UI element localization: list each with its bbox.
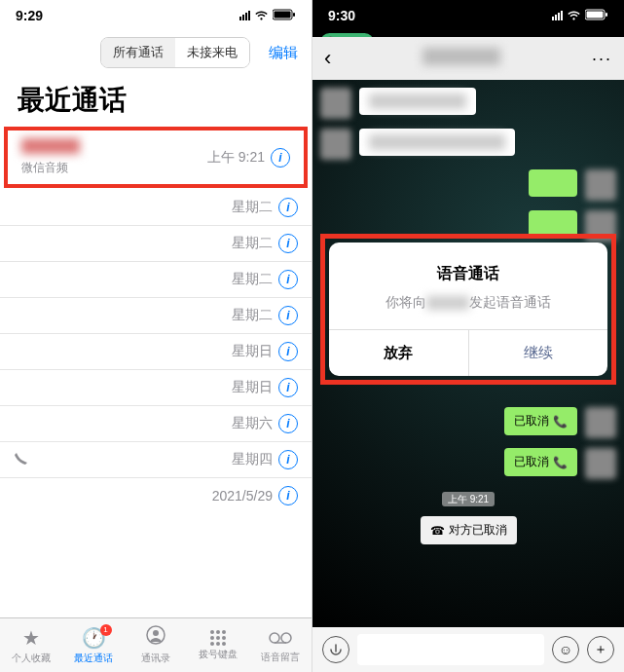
call-row[interactable]: 星期日i [0,369,312,405]
info-icon[interactable]: i [278,342,298,361]
svg-point-4 [153,630,159,636]
highlight-annotation-left: 微信音频 上午 9:21 i [4,127,308,188]
star-icon: ★ [22,626,40,650]
status-bar: 9:29 [0,0,312,31]
phone-screen-recents: 9:29 所有通话 未接来电 编辑 最近通话 微信音频 上午 9:21 i 星期… [0,0,312,672]
info-icon[interactable]: i [278,414,298,433]
signal-icon [239,11,250,20]
status-bar: 9:30 [312,0,624,31]
voice-call-modal: 语音通话 你将向发起语音通话 放弃 继续 [329,243,607,376]
message-bubble[interactable] [529,169,577,197]
wifi-icon [254,8,269,23]
call-row[interactable]: 星期二i [0,297,312,333]
highlight-annotation-right: 语音通话 你将向发起语音通话 放弃 继续 [320,234,616,385]
call-row[interactable]: 星期二i [0,190,312,225]
signal-icon [552,11,563,20]
battery-icon [585,8,608,23]
phone-icon: 📞 [553,415,568,429]
wechat-input-bar: ☺ ＋ [312,627,624,672]
badge: 1 [100,624,112,636]
call-row[interactable]: 星期二i [0,225,312,261]
add-button[interactable]: ＋ [587,636,614,663]
modal-title: 语音通话 [345,264,592,284]
svg-rect-2 [293,13,295,17]
segment-missed-calls[interactable]: 未接来电 [175,38,249,67]
tab-bar: ★个人收藏 🕐1最近通话 通讯录 拨号键盘 语音留言 [0,617,312,672]
svg-point-5 [270,633,279,643]
redacted-name [426,296,469,310]
svg-point-6 [281,633,291,643]
info-icon[interactable]: i [278,306,298,325]
modal-cancel-button[interactable]: 放弃 [329,330,469,376]
message-incoming [320,88,616,119]
tab-contacts[interactable]: 通讯录 [125,618,187,672]
voicemail-icon [269,626,292,649]
call-row[interactable]: 2021/5/29i [0,477,312,513]
call-subtitle: 微信音频 [21,160,207,176]
info-icon[interactable]: i [278,486,298,505]
call-cancelled-bubble[interactable]: 已取消 📞 [504,448,577,476]
modal-continue-button[interactable]: 继续 [469,330,608,376]
info-icon[interactable]: i [278,270,298,289]
status-time: 9:29 [16,8,239,23]
avatar[interactable] [320,88,351,119]
svg-rect-9 [587,12,604,19]
phone-screen-wechat: 9:30 📞 电话 ‹ ··· 已取消 📞 [312,0,624,672]
call-row[interactable]: 星期日i [0,333,312,369]
wifi-icon [567,8,581,23]
message-outgoing: 已取消 📞 [320,448,616,479]
tab-recents[interactable]: 🕐1最近通话 [62,618,125,672]
call-row[interactable]: 星期六i [0,405,312,441]
message-bubble[interactable] [359,88,476,115]
info-icon[interactable]: i [278,378,298,397]
svg-rect-10 [606,13,607,17]
info-icon[interactable]: i [278,450,298,469]
emoji-button[interactable]: ☺ [552,636,579,663]
redacted-name [422,48,500,65]
tab-favorites[interactable]: ★个人收藏 [0,618,62,672]
avatar[interactable] [585,407,616,438]
message-outgoing: 已取消 📞 [320,407,616,438]
back-button[interactable]: ‹ [324,46,331,71]
more-button[interactable]: ··· [592,49,612,69]
tab-voicemail[interactable]: 语音留言 [249,618,312,672]
redacted-name [21,138,80,154]
message-outgoing [320,169,616,201]
info-icon[interactable]: i [278,234,298,253]
call-row-highlighted[interactable]: 微信音频 上午 9:21 i [8,131,304,184]
call-row[interactable]: 星期二i [0,261,312,297]
avatar[interactable] [585,169,616,201]
status-icons [552,8,608,23]
person-icon [146,625,165,650]
info-icon[interactable]: i [278,198,298,217]
phone-icon: 📞 [553,456,568,469]
edit-button[interactable]: 编辑 [269,44,298,62]
segment-all-calls[interactable]: 所有通话 [101,38,175,67]
voice-input-button[interactable] [322,636,349,663]
status-icons [239,8,296,23]
phone-icon: ☎ [430,524,445,538]
info-icon[interactable]: i [271,148,290,168]
calls-filter-segmented: 所有通话 未接来电 [100,37,250,68]
svg-rect-1 [275,12,291,19]
message-bubble[interactable] [359,129,515,156]
message-incoming [320,129,616,160]
tab-keypad[interactable]: 拨号键盘 [187,618,249,672]
call-cancelled-bubble[interactable]: 已取消 📞 [504,407,577,435]
call-row[interactable]: 星期四i [0,441,312,477]
keypad-icon [210,630,226,646]
chat-title [331,48,592,69]
modal-message: 你将向发起语音通话 [345,294,592,312]
outgoing-call-icon [14,451,33,468]
message-input[interactable] [357,634,544,665]
call-time: 上午 9:21 [207,149,265,167]
status-time: 9:30 [328,8,552,23]
recents-header: 所有通话 未接来电 编辑 [0,31,312,74]
avatar[interactable] [320,129,351,160]
clock-icon: 🕐1 [82,626,106,650]
time-divider: 上午 9:21 [320,489,616,506]
wechat-nav-bar: ‹ ··· [312,37,624,80]
avatar[interactable] [585,448,616,479]
battery-icon [273,8,296,23]
modal-buttons: 放弃 继续 [329,329,607,376]
